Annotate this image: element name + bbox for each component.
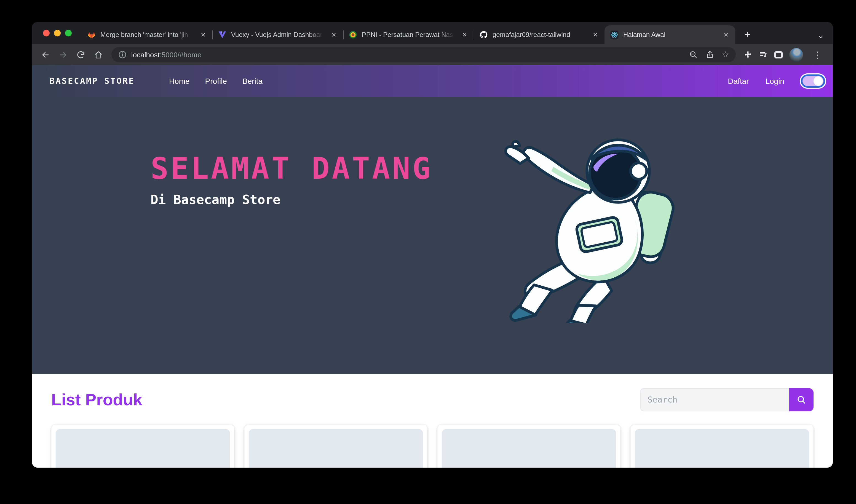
nav-link-berita[interactable]: Berita	[243, 77, 263, 86]
hero-title: SELAMAT DATANG	[150, 151, 432, 186]
zoom-out-icon[interactable]	[689, 50, 697, 59]
close-window-button[interactable]	[43, 30, 50, 36]
tab-gitlab-merge[interactable]: Merge branch 'master' into 'jih ✕	[82, 25, 212, 44]
product-card-list	[51, 425, 814, 468]
tab-search-chevron-icon[interactable]: ⌄	[818, 31, 824, 40]
tab-github[interactable]: gemafajar09/react-tailwind ✕	[474, 25, 605, 44]
hero-text: SELAMAT DATANG Di Basecamp Store	[150, 151, 432, 207]
minimize-window-button[interactable]	[54, 30, 61, 36]
hero-subtitle: Di Basecamp Store	[150, 193, 432, 207]
media-playlist-icon[interactable]	[759, 50, 768, 59]
back-icon[interactable]	[37, 47, 53, 62]
tab-halaman-awal-active[interactable]: Halaman Awal ✕	[605, 25, 735, 44]
home-icon[interactable]	[90, 47, 106, 62]
astronaut-illustration	[496, 129, 682, 323]
tab-ppni[interactable]: PPNI - Persatuan Perawat Nasi ✕	[343, 25, 474, 44]
nav-actions: Daftar Login	[728, 74, 825, 88]
extensions-puzzle-icon[interactable]	[744, 50, 752, 59]
product-card[interactable]	[51, 425, 234, 468]
tab-title: Halaman Awal	[623, 31, 718, 39]
react-icon	[610, 30, 619, 39]
nav-link-login[interactable]: Login	[765, 77, 784, 86]
traffic-lights	[32, 22, 82, 44]
product-image-placeholder	[249, 429, 423, 468]
browser-window: Merge branch 'master' into 'jih ✕ Vuexy …	[32, 22, 833, 468]
toolbar-extensions-area: ⋮	[741, 48, 827, 61]
ppni-icon	[349, 30, 357, 39]
tab-vuexy[interactable]: Vuexy - Vuejs Admin Dashboar ✕	[212, 25, 343, 44]
nav-link-profile[interactable]: Profile	[205, 77, 227, 86]
product-card[interactable]	[244, 425, 427, 468]
forward-icon[interactable]	[55, 47, 71, 62]
product-image-placeholder	[442, 429, 616, 468]
url-text: localhost:5000/#home	[131, 51, 201, 59]
sidebar-panel-icon[interactable]	[774, 51, 783, 58]
profile-avatar[interactable]	[789, 48, 803, 61]
product-image-placeholder	[56, 429, 230, 468]
search-bar	[640, 388, 814, 411]
screenshot-stage: Merge branch 'master' into 'jih ✕ Vuexy …	[0, 0, 856, 504]
site-navbar: BASECAMP STORE Home Profile Berita Dafta…	[32, 65, 833, 97]
product-card[interactable]	[630, 425, 814, 468]
tab-title: Vuexy - Vuejs Admin Dashboar	[231, 31, 326, 39]
products-heading: List Produk	[51, 391, 142, 409]
search-icon	[797, 395, 806, 405]
new-tab-button[interactable]: +	[739, 27, 755, 42]
nav-link-daftar[interactable]: Daftar	[728, 77, 749, 86]
product-card[interactable]	[438, 425, 621, 468]
tab-title: PPNI - Persatuan Perawat Nasi	[362, 31, 457, 39]
address-bar[interactable]: localhost:5000/#home ☆	[111, 47, 736, 62]
products-section: List Produk	[32, 374, 833, 468]
bookmark-star-icon[interactable]: ☆	[722, 50, 729, 59]
tabs: Merge branch 'master' into 'jih ✕ Vuexy …	[82, 22, 735, 44]
vuexy-icon	[218, 30, 227, 39]
github-icon	[479, 30, 488, 39]
tab-title: Merge branch 'master' into 'jih	[101, 31, 195, 39]
tab-close-icon[interactable]: ✕	[461, 30, 468, 39]
site-info-icon[interactable]	[118, 50, 127, 59]
toggle-knob	[814, 76, 823, 86]
browser-toolbar: localhost:5000/#home ☆	[32, 44, 833, 65]
zoom-window-button[interactable]	[65, 30, 72, 36]
nav-link-home[interactable]: Home	[169, 77, 190, 86]
search-input[interactable]	[640, 388, 789, 411]
search-button[interactable]	[789, 388, 814, 411]
tab-close-icon[interactable]: ✕	[200, 30, 207, 39]
share-icon[interactable]	[705, 50, 714, 59]
browser-menu-icon[interactable]: ⋮	[810, 49, 825, 60]
tab-close-icon[interactable]: ✕	[592, 30, 599, 39]
url-host: localhost	[131, 51, 160, 59]
tab-strip: Merge branch 'master' into 'jih ✕ Vuexy …	[32, 22, 833, 44]
tab-title: gemafajar09/react-tailwind	[493, 31, 587, 39]
brand-logo[interactable]: BASECAMP STORE	[50, 76, 135, 86]
reload-icon[interactable]	[73, 47, 88, 62]
tab-close-icon[interactable]: ✕	[331, 30, 338, 39]
products-header: List Produk	[51, 388, 814, 411]
gitlab-icon	[87, 30, 96, 39]
url-path: :5000/#home	[160, 51, 201, 59]
hero-section: SELAMAT DATANG Di Basecamp Store	[32, 97, 833, 374]
nav-links: Home Profile Berita	[169, 77, 263, 86]
product-image-placeholder	[635, 429, 809, 468]
tab-close-icon[interactable]: ✕	[723, 30, 730, 39]
theme-toggle[interactable]	[801, 74, 825, 88]
